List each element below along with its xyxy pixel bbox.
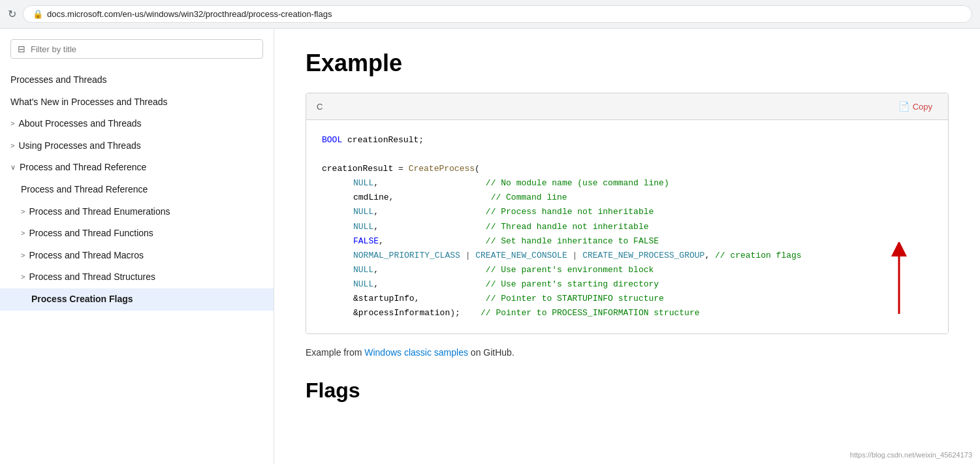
nav-label: Process and Thread Reference <box>20 161 146 174</box>
code-line-7: NULL, // Thread handle not inheritable <box>322 220 932 234</box>
browser-chrome: ↻ 🔒 docs.microsoft.com/en-us/windows/win… <box>0 0 980 29</box>
sidebar-item-macros[interactable]: > Process and Thread Macros <box>0 245 274 267</box>
code-line-5: cmdLine, // Command line <box>322 191 932 205</box>
nav-label: About Processes and Threads <box>18 117 141 131</box>
sidebar-item-creation-flags[interactable]: Process Creation Flags <box>0 288 274 311</box>
code-line-13: &processInformation); // Pointer to PROC… <box>322 306 932 320</box>
url-bar[interactable]: 🔒 docs.microsoft.com/en-us/windows/win32… <box>23 5 972 23</box>
chevron-right-icon: > <box>10 119 14 129</box>
nav-label: Process and Thread Enumerations <box>29 206 170 219</box>
example-link[interactable]: Windows classic samples <box>364 347 468 358</box>
copy-label: Copy <box>913 102 932 112</box>
code-line-9: NORMAL_PRIORITY_CLASS | CREATE_NEW_CONSO… <box>322 249 932 263</box>
chevron-right-icon: > <box>21 228 25 238</box>
chevron-down-icon: ∨ <box>10 162 16 172</box>
sidebar-item-functions[interactable]: > Process and Thread Functions <box>0 223 274 245</box>
filter-icon: ⊟ <box>18 44 25 54</box>
example-prefix: Example from <box>306 347 364 358</box>
sidebar-item-reference-expand[interactable]: ∨ Process and Thread Reference <box>0 157 274 179</box>
sidebar-item-enumerations[interactable]: > Process and Thread Enumerations <box>0 201 274 223</box>
sidebar-item-whats-new[interactable]: What's New in Processes and Threads <box>0 91 274 114</box>
code-line-blank <box>322 147 932 162</box>
example-suffix: on GitHub. <box>468 347 514 358</box>
code-line-12: &startupInfo, // Pointer to STARTUPINFO … <box>322 292 932 306</box>
nav-label: What's New in Processes and Threads <box>10 96 168 109</box>
code-block: C 📄 Copy BOOL creationResult; creationRe… <box>306 93 949 334</box>
code-line-8: FALSE, // Set handle inheritance to FALS… <box>322 234 932 249</box>
sidebar-item-processes-threads[interactable]: Processes and Threads <box>0 69 274 91</box>
copy-icon: 📄 <box>898 101 909 112</box>
chevron-right-icon: > <box>21 207 25 217</box>
sidebar-item-reference-child[interactable]: Process and Thread Reference <box>0 179 274 201</box>
nav-label: Process and Thread Macros <box>29 249 144 262</box>
nav-label: Process and Thread Functions <box>29 227 153 240</box>
filter-input[interactable] <box>31 44 256 54</box>
sidebar-item-structures[interactable]: > Process and Thread Structures <box>0 266 274 288</box>
url-text: docs.microsoft.com/en-us/windows/win32/p… <box>47 9 332 19</box>
flags-title: Flags <box>306 379 949 403</box>
code-line-1: BOOL creationResult; <box>322 133 932 147</box>
chevron-right-icon: > <box>10 141 14 151</box>
red-arrow-annotation <box>883 242 915 320</box>
code-content: BOOL creationResult; creationResult = Cr… <box>306 120 948 333</box>
watermark: https://blog.csdn.net/weixin_45624173 <box>850 451 972 459</box>
nav-label: Using Processes and Threads <box>18 140 140 153</box>
nav-label: Processes and Threads <box>10 74 107 87</box>
example-note: Example from Windows classic samples on … <box>306 347 949 358</box>
code-line-6: NULL, // Process handle not inheritable <box>322 205 932 219</box>
nav-label: Process Creation Flags <box>31 293 133 306</box>
chevron-right-icon: > <box>21 251 25 260</box>
code-line-11: NULL, // Use parent's starting directory <box>322 277 932 292</box>
lock-icon: 🔒 <box>33 9 43 19</box>
copy-button[interactable]: 📄 Copy <box>893 99 938 114</box>
code-language: C <box>317 102 323 112</box>
sidebar-item-using[interactable]: > Using Processes and Threads <box>0 135 274 157</box>
sidebar: ⊟ Processes and Threads What's New in Pr… <box>0 29 274 464</box>
refresh-icon[interactable]: ↻ <box>8 8 16 20</box>
chevron-right-icon: > <box>21 272 25 282</box>
code-line-10: NULL, // Use parent's environment block <box>322 263 932 277</box>
code-header: C 📄 Copy <box>306 93 948 120</box>
code-line-4: NULL, // No module name (use command lin… <box>322 176 932 191</box>
page-layout: ⊟ Processes and Threads What's New in Pr… <box>0 29 980 464</box>
nav-label: Process and Thread Reference <box>21 183 148 196</box>
sidebar-item-about[interactable]: > About Processes and Threads <box>0 113 274 135</box>
main-content: Example C 📄 Copy BOOL creationResult; cr… <box>274 29 980 464</box>
filter-box[interactable]: ⊟ <box>10 39 263 59</box>
section-title: Example <box>306 50 949 77</box>
nav-label: Process and Thread Structures <box>29 271 155 284</box>
code-line-3: creationResult = CreateProcess( <box>322 162 932 176</box>
